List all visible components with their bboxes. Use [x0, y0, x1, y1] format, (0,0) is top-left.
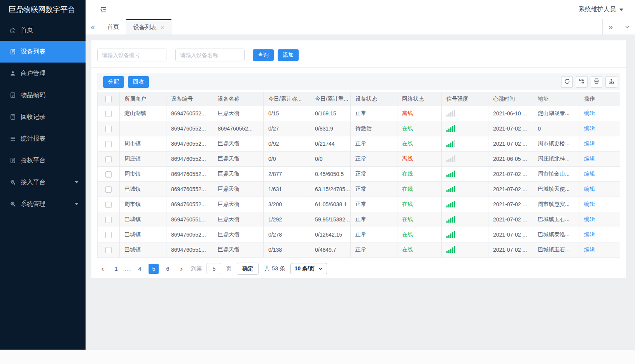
row-checkbox[interactable] — [105, 232, 112, 238]
device-name-input[interactable] — [175, 49, 245, 61]
prev-page-button[interactable]: ‹ — [98, 265, 107, 273]
cell-today-count: 2/877 — [264, 167, 310, 182]
page-button[interactable]: 4 — [135, 264, 145, 274]
assign-button[interactable]: 分配 — [103, 76, 124, 88]
goto-page-input[interactable] — [206, 263, 221, 274]
cell-merchant: 淀山湖镇 — [120, 106, 166, 121]
scroll-tabs-right-button[interactable]: » — [602, 19, 619, 35]
cell-device-status: 正常 — [351, 242, 397, 258]
table-row: 淀山湖镇8694760552...巨鼎天衡0/150/169.15正常离线202… — [98, 106, 620, 121]
sidebar-item-statistics-report[interactable]: 统计报表 — [0, 128, 86, 150]
select-all-checkbox[interactable] — [105, 96, 112, 102]
edit-link[interactable]: 编辑 — [584, 201, 595, 207]
cell-signal — [442, 121, 488, 136]
edit-link[interactable]: 编辑 — [584, 231, 595, 237]
edit-link[interactable]: 编辑 — [584, 110, 595, 116]
cell-actions: 编辑 — [579, 242, 620, 258]
tab-device-list[interactable]: 设备列表× — [126, 19, 171, 35]
edit-link[interactable]: 编辑 — [584, 155, 595, 162]
tabs-menu-button[interactable] — [619, 19, 635, 35]
print-button[interactable] — [591, 76, 602, 88]
cell-checkbox — [98, 227, 120, 242]
export-button[interactable] — [605, 76, 617, 88]
sidebar-item-system-management[interactable]: 系统管理 — [0, 193, 86, 215]
sidebar-item-label: 设备列表 — [21, 48, 45, 56]
signal-strength-icon — [446, 110, 455, 117]
cell-today-count: 3/200 — [264, 197, 310, 212]
edit-link[interactable]: 编辑 — [584, 216, 595, 222]
cell-device-no: 8694760551... — [166, 242, 213, 258]
query-button[interactable]: 查询 — [253, 49, 274, 61]
cell-today-count: 0/15 — [264, 106, 310, 121]
edit-link[interactable]: 编辑 — [584, 246, 595, 253]
row-checkbox[interactable] — [105, 202, 112, 208]
home-icon — [9, 26, 16, 33]
table-body: 淀山湖镇8694760552...巨鼎天衡0/150/169.15正常离线202… — [98, 106, 620, 258]
row-checkbox[interactable] — [105, 247, 112, 253]
cell-merchant: 巴城镇 — [120, 212, 166, 227]
cell-network-status: 在线 — [397, 167, 442, 182]
header-cell: 设备状态 — [351, 92, 397, 106]
cell-device-name: 巨鼎天衡 — [213, 152, 264, 167]
signal-strength-icon — [446, 185, 455, 192]
tab-home[interactable]: 首页 — [100, 19, 126, 35]
row-checkbox[interactable] — [105, 217, 112, 223]
tabs-container: 首页设备列表× — [100, 19, 171, 35]
signal-strength-icon — [446, 200, 455, 207]
tab-bar: « 首页设备列表× » — [86, 19, 635, 35]
refresh-button[interactable] — [561, 76, 573, 88]
user-menu[interactable]: 系统维护人员 — [579, 5, 623, 14]
table-row: 巴城镇8694760551...巨鼎天衡0/1380/4849.7正常在线202… — [98, 242, 620, 258]
sidebar-item-recycle-records[interactable]: 回收记录 — [0, 106, 86, 128]
page-size-select[interactable]: 10 条/页 — [290, 263, 327, 274]
cell-actions: 编辑 — [579, 167, 620, 182]
sidebar-item-access-platform[interactable]: 接入平台 — [0, 171, 86, 193]
page-button[interactable]: 5 — [149, 264, 159, 274]
row-checkbox[interactable] — [105, 111, 112, 117]
table-row: 周庄镇8694760552...巨鼎天衡0/00/0正常离线2021-06-05… — [98, 152, 620, 167]
column-settings-button[interactable] — [576, 76, 588, 88]
confirm-page-button[interactable]: 确定 — [237, 263, 259, 275]
sidebar-item-label: 商户管理 — [21, 70, 45, 78]
cell-checkbox — [98, 121, 120, 136]
device-no-input[interactable] — [97, 49, 166, 61]
edit-link[interactable]: 编辑 — [584, 140, 595, 146]
collapse-sidebar-icon[interactable] — [100, 6, 107, 14]
recycle-button[interactable]: 回收 — [128, 76, 149, 88]
row-checkbox[interactable] — [105, 126, 112, 132]
row-checkbox[interactable] — [105, 171, 112, 178]
row-checkbox[interactable] — [105, 186, 112, 193]
cell-device-status: 待激活 — [351, 121, 397, 136]
edit-link[interactable]: 编辑 — [584, 171, 595, 177]
cell-today-weight: 63.15/24785... — [310, 182, 351, 197]
page-button[interactable]: 1 — [111, 264, 121, 274]
page-button[interactable]: 6 — [163, 264, 173, 274]
cell-merchant: 巴城镇 — [120, 242, 166, 258]
cell-merchant — [120, 121, 166, 136]
add-button[interactable]: 添加 — [278, 49, 299, 61]
row-checkbox[interactable] — [105, 141, 112, 147]
user-icon — [9, 70, 16, 77]
edit-link[interactable]: 编辑 — [584, 125, 595, 131]
cell-network-status: 在线 — [397, 136, 442, 152]
row-checkbox[interactable] — [105, 156, 112, 162]
table-row: 巴城镇8694760551...巨鼎天衡1/29259.95/15382...正… — [98, 212, 620, 227]
device-list-panel: 查询 添加 分配 回收 — [91, 40, 626, 278]
next-page-button[interactable]: › — [177, 265, 185, 273]
close-icon[interactable]: × — [161, 24, 164, 31]
sidebar-item-device-list[interactable]: 设备列表 — [0, 41, 86, 63]
cell-signal — [442, 106, 488, 121]
cell-signal — [442, 212, 488, 227]
sidebar-item-label: 接入平台 — [21, 178, 45, 186]
signal-strength-icon — [446, 246, 455, 253]
cell-today-count: 1/631 — [264, 182, 310, 197]
scroll-tabs-left-button[interactable]: « — [86, 19, 100, 35]
sidebar-item-merchant-management[interactable]: 商户管理 — [0, 63, 86, 84]
sidebar-item-item-code[interactable]: 物品编码 — [0, 84, 86, 106]
sidebar-item-home[interactable]: 首页 — [0, 19, 86, 41]
sidebar-item-authorized-platform[interactable]: 授权平台 — [0, 150, 86, 171]
cell-today-count: 0/92 — [264, 136, 310, 152]
export-icon — [608, 78, 614, 85]
edit-link[interactable]: 编辑 — [584, 186, 595, 192]
cell-actions: 编辑 — [579, 121, 620, 136]
